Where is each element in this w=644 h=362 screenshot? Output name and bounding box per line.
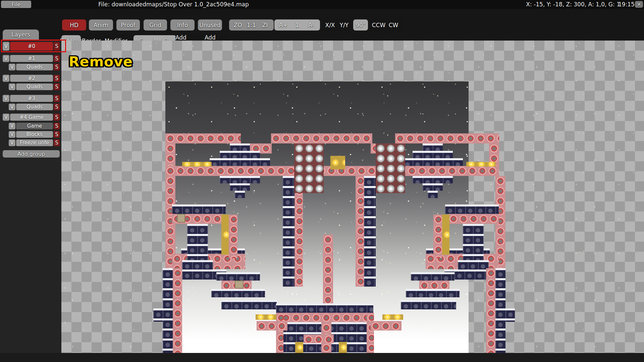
layers-tab[interactable]: Layers [3, 29, 39, 40]
layer-label[interactable]: Blocks [16, 131, 53, 138]
layer-row-quads[interactable]: VQuadsS [9, 83, 60, 90]
visibility-toggle[interactable]: V [9, 64, 15, 70]
layer-label[interactable]: #4 Game [10, 114, 53, 121]
map-tile-block-blue [428, 191, 438, 198]
layer-row--3[interactable]: V#3S [3, 95, 60, 102]
zoom-in-button[interactable]: ZI [258, 22, 272, 28]
proof-label: Proof [121, 22, 135, 28]
save-toggle[interactable]: S [54, 75, 60, 82]
map-tile-block-pink [395, 133, 499, 143]
save-toggle[interactable]: S [54, 131, 60, 138]
map-canvas[interactable] [61, 41, 644, 353]
save-toggle[interactable]: S [54, 83, 60, 90]
map-tile-block-blue [445, 204, 499, 214]
map-tile-block-blue [230, 183, 250, 191]
map-tile-block-blue [505, 308, 515, 322]
map-tile-block-blue [406, 289, 460, 297]
map-tile-block-blue [463, 224, 484, 260]
map-tile-block-pink [257, 321, 287, 330]
layer-row-freeze-unfe[interactable]: VFreeze unfeS [9, 139, 60, 146]
grid-toggle-button[interactable]: Grid [144, 19, 167, 31]
visibility-toggle[interactable]: V [9, 104, 15, 110]
rotate-cw-button[interactable]: CW [386, 22, 401, 28]
clock: 19:15 [618, 1, 635, 8]
save-toggle[interactable]: S [54, 139, 60, 146]
close-glyph: ✕ [637, 2, 641, 7]
layer-row--0[interactable]: V#0S [3, 42, 60, 51]
layer-label[interactable]: Game [16, 123, 53, 129]
layer-row--4-game[interactable]: V#4 GameS [3, 114, 60, 121]
map-tile-block-blue [235, 191, 245, 198]
info-toggle-button[interactable]: Info [170, 19, 195, 31]
save-toggle[interactable]: S [54, 95, 60, 102]
remove-popup-item[interactable]: Remove [69, 54, 133, 70]
map-tile-block-blue [276, 303, 373, 313]
file-menu-button[interactable]: File [1, 1, 31, 8]
map-tile-block-blue [163, 268, 173, 353]
layer-label[interactable]: #2 [10, 75, 53, 82]
layer-label[interactable]: #0 [10, 42, 53, 51]
layer-row--2[interactable]: V#2S [3, 75, 60, 82]
zoom-out-button[interactable]: ZO [231, 22, 245, 28]
map-tile-block-blue [172, 204, 226, 214]
map-tile-block-pink [433, 215, 442, 258]
rotate-90-button[interactable]: 90° [353, 19, 368, 31]
layer-row--1[interactable]: V#1S [3, 55, 60, 62]
map-file-title: File: downloadedmaps/Stop Over 1.0_2ac50… [98, 1, 249, 8]
close-icon[interactable]: ✕ [635, 1, 643, 8]
visibility-toggle[interactable]: V [3, 75, 9, 82]
map-tile-block-beige [235, 281, 244, 289]
layer-label[interactable]: Quads [16, 83, 53, 90]
visibility-toggle[interactable]: V [9, 131, 15, 138]
map-tile-block-blue [187, 224, 208, 260]
map-tile-block-blue [211, 289, 265, 297]
visibility-toggle[interactable]: V [3, 55, 9, 62]
top-menu-bar: File File: downloadedmaps/Stop Over 1.0_… [0, 0, 644, 9]
visibility-toggle[interactable]: V [9, 139, 15, 146]
layer-label[interactable]: Freeze unfe [16, 139, 53, 146]
map-tile-block-blue [413, 176, 453, 183]
proof-toggle-button[interactable]: Proof [116, 19, 140, 31]
layers-tab-label: Layers [11, 31, 30, 38]
layer-row-quads[interactable]: VQuadsS [9, 104, 60, 110]
rotate-ccw-button[interactable]: CCW [371, 22, 386, 28]
file-menu-label: File [12, 1, 21, 8]
layer-label[interactable]: Quads [16, 104, 53, 110]
layer-row-game[interactable]: VGameS [9, 123, 60, 129]
visibility-toggle[interactable]: V [3, 95, 9, 102]
visibility-toggle[interactable]: V [9, 83, 15, 90]
save-toggle[interactable]: S [54, 123, 60, 129]
zoom-reset-button[interactable]: 1:1 [245, 22, 258, 28]
save-toggle[interactable]: S [54, 64, 60, 70]
map-tile-block-pink [311, 133, 372, 143]
save-toggle[interactable]: S [54, 114, 60, 121]
visibility-toggle[interactable]: V [3, 114, 9, 121]
hd-toggle-button[interactable]: HD [62, 19, 86, 31]
map-tile-block-pink [321, 313, 331, 353]
map-tile-block-blue [216, 272, 260, 281]
map-tile-block-pink [276, 313, 283, 353]
anim-toggle-button[interactable]: Anim [89, 19, 113, 31]
map-tile-block-blue [402, 158, 463, 166]
save-toggle[interactable]: S [54, 42, 60, 51]
map-tile-block-silver [376, 143, 405, 193]
layer-row-blocks[interactable]: VBlocksS [9, 131, 60, 138]
flip-y-button[interactable]: Y/Y [337, 22, 351, 28]
add-group-button[interactable]: Add group [3, 150, 60, 158]
hd-label: HD [70, 22, 78, 28]
layer-label[interactable]: #1 [10, 55, 53, 62]
visibility-toggle[interactable]: V [9, 123, 15, 129]
save-toggle[interactable]: S [54, 104, 60, 110]
layer-label[interactable]: Quads [16, 64, 53, 70]
rotate-group: CCW CW [369, 19, 403, 31]
anim-speed-up-button[interactable]: A+ [276, 22, 290, 28]
map-tile-block-blue [364, 176, 376, 287]
anim-speed-down-button[interactable]: A- [304, 22, 318, 28]
save-toggle[interactable]: S [54, 55, 60, 62]
layer-label[interactable]: #3 [10, 95, 53, 102]
flip-x-button[interactable]: X/X [323, 22, 337, 28]
visibility-toggle[interactable]: V [3, 42, 9, 51]
map-tile-block-silver [294, 143, 324, 193]
unused-toggle-button[interactable]: Unused [198, 19, 222, 31]
layer-row-quads[interactable]: VQuadsS [9, 64, 60, 70]
